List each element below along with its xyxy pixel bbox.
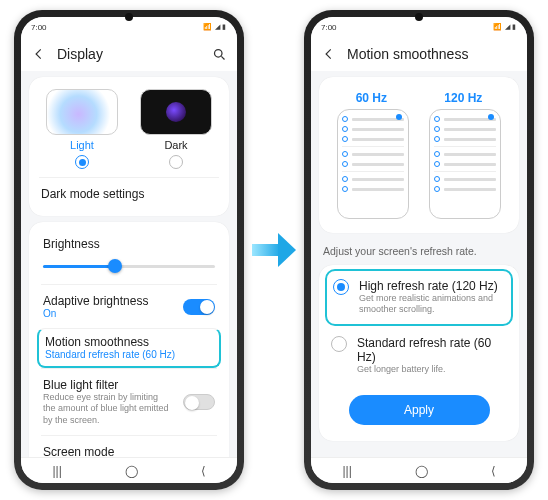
nav-bar: ||| ◯ ⟨ — [311, 457, 527, 483]
svg-point-0 — [214, 49, 222, 57]
nav-back-icon[interactable]: ⟨ — [491, 464, 496, 478]
settings-card: Brightness Adaptive brightness On — [29, 222, 229, 457]
status-icons: 📶 ◢ ▮ — [203, 23, 227, 31]
radio-standard-refresh[interactable] — [331, 336, 347, 352]
radio-dark[interactable] — [169, 155, 183, 169]
refresh-caption: Adjust your screen's refresh rate. — [319, 239, 519, 259]
adaptive-brightness-row[interactable]: Adaptive brightness On — [41, 284, 217, 328]
motion-sub: Standard refresh rate (60 Hz) — [45, 349, 213, 360]
status-time: 7:00 — [31, 23, 47, 32]
apply-button[interactable]: Apply — [349, 395, 490, 425]
camera-notch — [125, 13, 133, 21]
phone-display-settings: 7:00 📶 ◢ ▮ Display Light — [14, 10, 244, 490]
status-time: 7:00 — [321, 23, 337, 32]
page-title: Display — [57, 46, 201, 62]
back-icon[interactable] — [31, 46, 47, 62]
hz-preview-card: 60 Hz 120 Hz — [319, 77, 519, 233]
theme-card: Light Dark Dark mode settings — [29, 77, 229, 216]
status-icons: 📶 ◢ ▮ — [493, 23, 517, 31]
radio-light[interactable] — [75, 155, 89, 169]
back-icon[interactable] — [321, 46, 337, 62]
apply-label: Apply — [404, 403, 434, 417]
theme-option-light[interactable]: Light — [39, 89, 125, 169]
adaptive-status: On — [43, 308, 148, 319]
option-standard-refresh[interactable]: Standard refresh rate (60 Hz) Get longer… — [325, 326, 513, 385]
screen-mode-row[interactable]: Screen mode Vivid — [41, 435, 217, 457]
theme-label-light: Light — [70, 139, 94, 151]
camera-notch — [415, 13, 423, 21]
nav-recent-icon[interactable]: ||| — [52, 464, 61, 478]
blue-light-label: Blue light filter — [43, 378, 169, 392]
option-std-desc: Get longer battery life. — [357, 364, 507, 375]
motion-label: Motion smoothness — [45, 335, 213, 349]
transition-arrow-icon — [252, 233, 296, 267]
preview-120hz — [429, 109, 501, 219]
brightness-label: Brightness — [43, 237, 215, 251]
brightness-row: Brightness — [41, 228, 217, 284]
preview-60hz — [337, 109, 409, 219]
option-high-desc: Get more realistic animations and smooth… — [359, 293, 505, 316]
refresh-options-card: High refresh rate (120 Hz) Get more real… — [319, 265, 519, 441]
blue-light-row[interactable]: Blue light filter Reduce eye strain by l… — [41, 368, 217, 435]
phone-motion-smoothness: 7:00 📶 ◢ ▮ Motion smoothness 60 Hz 120 H… — [304, 10, 534, 490]
option-std-title: Standard refresh rate (60 Hz) — [357, 336, 507, 364]
dark-mode-settings-link[interactable]: Dark mode settings — [41, 187, 217, 201]
nav-home-icon[interactable]: ◯ — [415, 464, 428, 478]
theme-option-dark[interactable]: Dark — [133, 89, 219, 169]
adaptive-label: Adaptive brightness — [43, 294, 148, 308]
option-high-title: High refresh rate (120 Hz) — [359, 279, 505, 293]
hz-label-120: 120 Hz — [444, 91, 482, 105]
search-icon[interactable] — [211, 46, 227, 62]
screen-mode-label: Screen mode — [43, 445, 215, 457]
adaptive-toggle[interactable] — [183, 299, 215, 315]
hz-label-60: 60 Hz — [356, 91, 387, 105]
blue-light-desc: Reduce eye strain by limiting the amount… — [43, 392, 169, 426]
nav-home-icon[interactable]: ◯ — [125, 464, 138, 478]
nav-recent-icon[interactable]: ||| — [342, 464, 351, 478]
nav-bar: ||| ◯ ⟨ — [21, 457, 237, 483]
blue-light-toggle[interactable] — [183, 394, 215, 410]
app-bar: Motion smoothness — [311, 37, 527, 71]
app-bar: Display — [21, 37, 237, 71]
page-title: Motion smoothness — [347, 46, 517, 62]
motion-smoothness-row[interactable]: Motion smoothness Standard refresh rate … — [37, 328, 221, 368]
brightness-slider[interactable] — [43, 257, 215, 275]
theme-preview-light — [46, 89, 118, 135]
option-high-refresh[interactable]: High refresh rate (120 Hz) Get more real… — [325, 269, 513, 326]
theme-label-dark: Dark — [164, 139, 187, 151]
radio-high-refresh[interactable] — [333, 279, 349, 295]
nav-back-icon[interactable]: ⟨ — [201, 464, 206, 478]
theme-preview-dark — [140, 89, 212, 135]
